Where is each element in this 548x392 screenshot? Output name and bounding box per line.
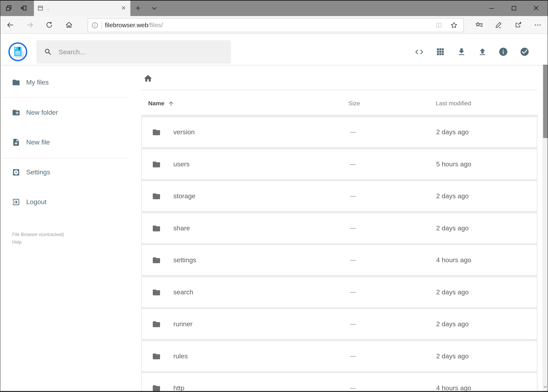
hub-favorites-icon [475, 21, 483, 29]
column-header-modified[interactable]: Last modified [436, 100, 471, 107]
sidebar-item-new-file[interactable]: New file [7, 133, 129, 152]
file-name: rules [173, 341, 188, 371]
back-button[interactable] [3, 16, 18, 34]
file-name: storage [173, 181, 195, 211]
file-name: search [173, 277, 193, 307]
sidebar-item-settings[interactable]: Settings [7, 163, 129, 182]
sidebar-item-new-folder[interactable]: New folder [7, 103, 129, 122]
maximize-button[interactable] [503, 0, 525, 16]
info-button[interactable] [496, 45, 510, 59]
address-bar[interactable]: filebrowser.web/files/ [88, 18, 464, 32]
minimize-icon [489, 6, 494, 10]
breadcrumb-home-button[interactable] [141, 71, 155, 85]
file-modified: 5 hours ago [436, 149, 471, 179]
tab-title: . [47, 0, 49, 16]
file-size: — [350, 245, 356, 275]
maximize-icon [511, 6, 516, 10]
file-row-users[interactable]: users — 5 hours ago [141, 149, 537, 179]
close-icon [534, 6, 539, 11]
upload-button[interactable] [475, 45, 489, 59]
check-circle-icon [520, 47, 529, 56]
file-size: — [350, 277, 356, 307]
file-name: runner [173, 309, 193, 339]
sidebar-item-label: New file [26, 138, 50, 146]
plus-icon [135, 5, 142, 12]
file-modified: 4 hours ago [436, 245, 471, 275]
folder-icon [152, 192, 161, 201]
more-dots-icon [534, 21, 541, 29]
breadcrumb-divider [141, 90, 538, 90]
breadcrumb-home-icon [143, 74, 153, 83]
file-row-version[interactable]: version — 2 days ago [141, 117, 537, 147]
favorites-star-button[interactable] [450, 21, 458, 29]
tab-close-button[interactable] [121, 5, 126, 11]
scroll-down-button[interactable] [542, 382, 548, 391]
minimize-button[interactable] [480, 0, 502, 16]
chevron-down-icon [543, 385, 547, 389]
close-window-button[interactable] [525, 0, 547, 16]
help-link[interactable]: Help [12, 238, 22, 246]
browser-navbar: filebrowser.web/files/ [0, 16, 548, 34]
upload-icon [478, 47, 487, 56]
code-icon [414, 47, 424, 56]
sidebar-item-my-files[interactable]: My files [7, 73, 129, 92]
file-modified: 2 days ago [436, 181, 469, 211]
info-icon [498, 47, 508, 56]
column-header-name[interactable]: Name [148, 100, 174, 107]
file-size: — [350, 117, 356, 147]
address-divider [102, 20, 102, 30]
file-row-runner[interactable]: runner — 2 days ago [141, 309, 537, 339]
column-header-size[interactable]: Size [348, 100, 360, 107]
url-text: filebrowser.web/files/ [105, 21, 163, 29]
raw-editor-button[interactable] [412, 45, 426, 59]
forward-button[interactable] [22, 16, 38, 34]
site-info-icon[interactable] [91, 21, 99, 29]
sidebar-divider [2, 158, 128, 158]
forward-icon [26, 21, 34, 29]
new-folder-icon [12, 108, 20, 117]
tab-list-button[interactable] [148, 0, 160, 16]
tab-preview-button[interactable] [3, 0, 15, 16]
web-note-button[interactable] [491, 16, 506, 34]
hub-button[interactable] [472, 16, 487, 34]
file-name: settings [173, 245, 196, 275]
browser-tab[interactable]: . [34, 0, 130, 16]
search-bar[interactable] [36, 40, 231, 64]
file-row-rules[interactable]: rules — 2 days ago [141, 341, 537, 371]
select-multiple-button[interactable] [518, 45, 532, 59]
browser-window: . [0, 0, 548, 392]
file-modified: 2 days ago [436, 341, 469, 371]
file-row-http[interactable]: http — 4 hours ago [141, 373, 537, 392]
file-size: — [350, 213, 356, 243]
settings-gear-icon [12, 168, 20, 176]
refresh-button[interactable] [42, 16, 57, 34]
file-row-search[interactable]: search — 2 days ago [141, 277, 537, 308]
folder-icon [12, 78, 20, 87]
filebrowser-logo[interactable] [8, 42, 27, 61]
switch-view-button[interactable] [433, 45, 447, 59]
home-nav-button[interactable] [61, 16, 77, 34]
page-scrollbar[interactable] [542, 34, 548, 392]
share-button[interactable] [511, 16, 526, 34]
search-input[interactable] [58, 48, 212, 56]
download-button[interactable] [454, 45, 468, 59]
sidebar-item-logout[interactable]: Logout [7, 192, 129, 212]
sidebar-item-label: My files [26, 79, 49, 86]
file-row-share[interactable]: share — 2 days ago [141, 213, 537, 244]
folder-icon [152, 352, 161, 361]
file-modified: 2 days ago [436, 309, 469, 339]
folder-icon [152, 288, 161, 297]
tab-favicon [37, 5, 44, 11]
file-row-storage[interactable]: storage — 2 days ago [141, 181, 537, 211]
file-row-settings[interactable]: settings — 4 hours ago [141, 245, 537, 275]
sort-ascending-icon [168, 100, 174, 107]
new-tab-button[interactable] [132, 0, 144, 16]
pen-icon [495, 21, 503, 29]
app-version-text: File Browser v(untracked) [12, 231, 64, 238]
reading-view-button[interactable] [435, 21, 443, 29]
folder-icon [152, 128, 161, 137]
file-modified: 2 days ago [436, 213, 469, 243]
tab-preview-icon [5, 5, 12, 12]
set-tabs-aside-button[interactable] [17, 0, 30, 16]
settings-more-button[interactable] [530, 16, 545, 34]
